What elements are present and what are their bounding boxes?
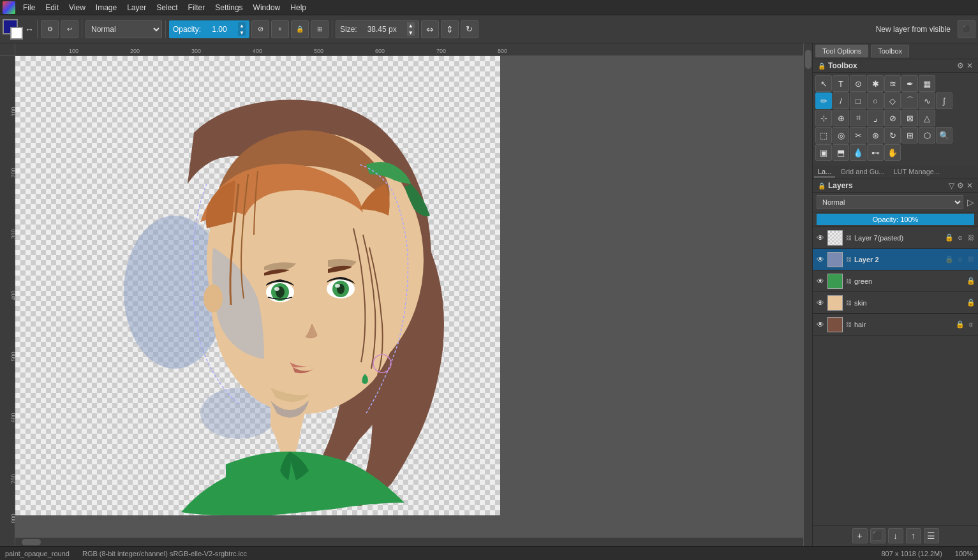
layer-7-visibility[interactable]: 👁 [815, 233, 826, 243]
opacity-up[interactable]: ▲ [238, 22, 246, 29]
tool-align[interactable]: ⊹ [815, 110, 832, 126]
layer-green-lock[interactable]: 🔒 [967, 277, 975, 286]
new-group-btn[interactable]: ⬛ [870, 528, 885, 543]
rotate-btn[interactable]: ↻ [461, 20, 478, 38]
raise-layer-btn[interactable]: ↓ [888, 528, 903, 543]
tool-scale[interactable]: ⊞ [901, 127, 918, 144]
tool-pointer[interactable]: ↖ [815, 75, 832, 92]
foreground-color[interactable] [3, 19, 23, 40]
v-scrollbar-thumb[interactable] [805, 50, 811, 69]
tool-scissors[interactable]: ✂ [850, 127, 866, 144]
tool-zoom[interactable]: 🔍 [936, 127, 952, 144]
layer-2-visibility[interactable]: 👁 [815, 254, 826, 265]
tool-blend[interactable]: ⬒ [833, 144, 849, 161]
tool-heal[interactable]: ⊙ [850, 75, 866, 92]
restore-defaults-btn[interactable]: ↩ [61, 20, 78, 38]
tab-toolbox[interactable]: Toolbox [871, 45, 909, 57]
tool-ellipse[interactable]: ○ [867, 92, 884, 109]
tool-fuzzy-select[interactable]: ⬚ [815, 127, 832, 144]
tool-curves[interactable]: ⌒ [901, 92, 918, 109]
layers-close-btn[interactable]: ✕ [967, 181, 973, 190]
lower-layer-btn[interactable]: ↑ [906, 528, 921, 543]
h-scrollbar-thumb[interactable] [22, 539, 41, 545]
new-layer-btn[interactable]: ⬛ [958, 20, 975, 38]
drawing-canvas[interactable] [15, 56, 500, 515]
tool-color-pick[interactable]: 💧 [850, 144, 866, 161]
toolbox-config-btn[interactable]: ⚙ [957, 61, 964, 70]
tool-script[interactable]: ∫ [936, 92, 952, 109]
layer-2-chain2[interactable]: ⛓ [967, 255, 975, 264]
tool-presets-btn[interactable]: ⚙ [41, 20, 59, 38]
layers-mode-select[interactable]: Normal [817, 195, 963, 209]
lock-alpha-btn[interactable]: 🔒 [291, 20, 309, 38]
tool-dodge[interactable]: △ [919, 110, 935, 126]
erase-toggle[interactable]: ⊘ [251, 20, 269, 38]
tool-path[interactable]: ⊘ [884, 110, 901, 126]
tool-rotate[interactable]: ↻ [884, 127, 901, 144]
layer-7-alpha[interactable]: α [956, 233, 965, 242]
menu-help[interactable]: Help [285, 2, 311, 13]
layer-row-skin[interactable]: 👁 ⛓ skin 🔒 [813, 292, 978, 314]
layer-row-hair[interactable]: 👁 ⛓ hair 🔒 α [813, 314, 978, 335]
layer-skin-lock[interactable]: 🔒 [967, 298, 975, 307]
layers-config-btn[interactable]: ⚙ [957, 181, 964, 190]
menu-image[interactable]: Image [91, 2, 122, 13]
menu-view[interactable]: View [64, 2, 91, 13]
tool-clone[interactable]: ✱ [867, 75, 884, 92]
tool-paintbrush[interactable]: / [833, 92, 849, 109]
canvas-scroll-area[interactable] [15, 56, 803, 537]
layer-hair-visibility[interactable]: 👁 [815, 320, 826, 330]
h-scrollbar[interactable] [15, 537, 803, 546]
layers-arrow-btn[interactable]: ▽ [949, 181, 954, 190]
menu-filter[interactable]: Filter [183, 2, 211, 13]
tool-pattern[interactable]: ▦ [919, 75, 935, 92]
tab-layers[interactable]: La... [814, 166, 835, 177]
tool-move[interactable]: ⊕ [833, 110, 849, 126]
menu-settings[interactable]: Settings [210, 2, 248, 13]
layer-hair-lock[interactable]: 🔒 [956, 320, 965, 329]
tool-perspective[interactable]: ⬡ [919, 127, 935, 144]
tool-shear[interactable]: ⌟ [867, 110, 884, 126]
size-input[interactable] [360, 25, 404, 34]
tool-hand[interactable]: ✋ [884, 144, 901, 161]
incremental-btn[interactable]: + [271, 20, 289, 38]
new-layer-footer-btn[interactable]: + [852, 528, 868, 543]
tool-foreground-select[interactable]: ⊛ [867, 127, 884, 144]
menu-window[interactable]: Window [248, 2, 286, 13]
tool-warp[interactable]: ∿ [919, 92, 935, 109]
opacity-input[interactable] [204, 25, 235, 34]
layer-hair-alpha[interactable]: α [967, 320, 975, 329]
tool-select-color[interactable]: ◎ [833, 127, 849, 144]
tool-rect[interactable]: □ [850, 92, 866, 109]
menu-file[interactable]: File [18, 2, 40, 13]
menu-select[interactable]: Select [151, 2, 182, 13]
layer-menu-btn[interactable]: ☰ [924, 528, 939, 543]
sample-merged-btn[interactable]: ⊞ [311, 20, 329, 38]
tab-lut[interactable]: LUT Manage... [890, 166, 944, 177]
v-scrollbar[interactable] [803, 43, 812, 546]
layer-green-visibility[interactable]: 👁 [815, 276, 826, 286]
layer-2-lock[interactable]: 🔒 [945, 255, 954, 264]
flip-v-btn[interactable]: ⇕ [441, 20, 459, 38]
tab-tool-options[interactable]: Tool Options [815, 45, 868, 57]
layer-skin-visibility[interactable]: 👁 [815, 298, 826, 308]
toolbox-close-btn[interactable]: ✕ [967, 61, 973, 70]
layer-7-chain2[interactable]: ⛓ [967, 233, 975, 242]
size-up[interactable]: ▲ [407, 22, 415, 29]
menu-edit[interactable]: Edit [40, 2, 64, 13]
tool-transform[interactable]: ⌗ [850, 110, 866, 126]
layers-lock-btn[interactable]: ▷ [967, 197, 974, 207]
tool-pencil[interactable]: ✏ [815, 92, 832, 109]
menu-layer[interactable]: Layer [122, 2, 151, 13]
tab-grid[interactable]: Grid and Gu... [836, 166, 888, 177]
swap-colors-icon[interactable]: ↔ [25, 24, 34, 34]
layer-row-7[interactable]: 👁 ⛓ Layer 7(pasted) 🔒 α ⛓ [813, 227, 978, 249]
tool-free[interactable]: ◇ [884, 92, 901, 109]
tool-fill[interactable]: ▣ [815, 144, 832, 161]
opacity-down[interactable]: ▼ [238, 29, 246, 36]
layers-opacity-bar[interactable]: Opacity: 100% [817, 214, 974, 225]
layer-7-lock[interactable]: 🔒 [945, 233, 954, 242]
layer-2-alpha[interactable]: α [956, 255, 965, 264]
blend-mode-select[interactable]: Normal [85, 20, 162, 38]
layer-row-2[interactable]: 👁 ⛓ Layer 2 🔒 α ⛓ [813, 249, 978, 270]
